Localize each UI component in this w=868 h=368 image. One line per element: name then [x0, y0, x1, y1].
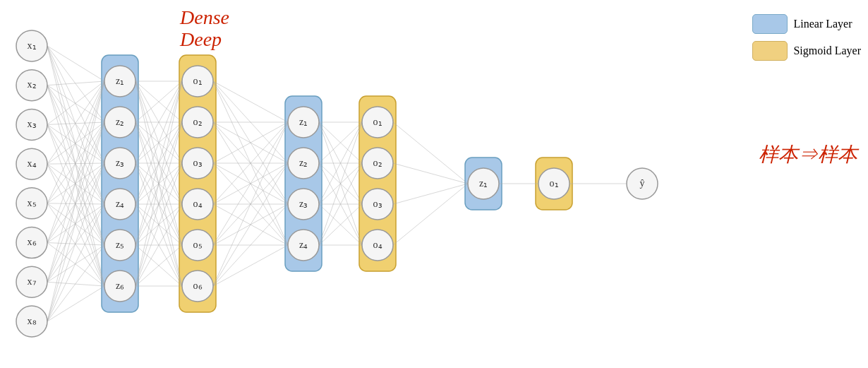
legend-linear-box: [752, 14, 788, 34]
legend-linear: Linear Layer: [752, 14, 861, 34]
legend-sigmoid-label: Sigmoid Layer: [793, 44, 861, 57]
legend: Linear Layer Sigmoid Layer: [752, 14, 861, 61]
legend-sigmoid: Sigmoid Layer: [752, 41, 861, 61]
neural-network-diagram: [0, 0, 868, 368]
legend-sigmoid-box: [752, 41, 788, 61]
annotation-dense: DenseDeep: [180, 7, 229, 51]
legend-linear-label: Linear Layer: [793, 18, 852, 30]
annotation-sample: 样本⇒样本: [759, 141, 857, 168]
